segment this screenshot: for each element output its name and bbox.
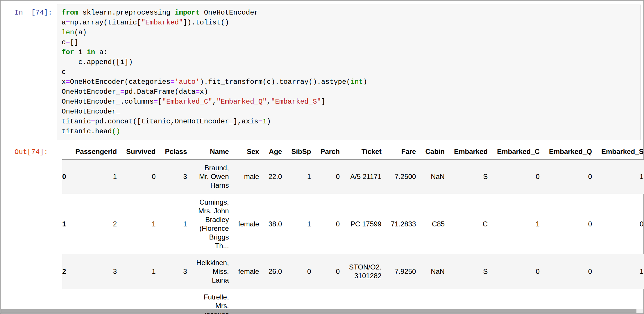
column-header-embarked: Embarked (449, 144, 492, 159)
column-header-embarked_s: Embarked_S (597, 144, 644, 159)
dataframe-body: 0103Braund, Mr. Owen Harrismale22.010A/5… (62, 159, 644, 314)
cell-embarked_c: 1 (492, 194, 544, 254)
column-header-ticket: Ticket (344, 144, 386, 159)
output-cell: Out[74]: PassengerIdSurvivedPclassNameSe… (1, 144, 643, 314)
scrollbar-thumb[interactable] (1, 309, 636, 313)
code-token-pl: titanic (62, 118, 91, 125)
code-line: OneHotEncoder_=pd.DataFrame(data=x) (62, 87, 636, 97)
table-row: 2313Heikkinen, Miss. Lainafemale26.000ST… (62, 254, 644, 289)
column-header-passengerid: PassengerId (71, 144, 121, 159)
code-line: titanic=pd.concat([titanic,OneHotEncoder… (62, 117, 636, 127)
code-token-num: 1 (262, 118, 266, 125)
code-token-pl: OneHotEncoder_ (62, 108, 120, 116)
cell-pclass: 1 (160, 194, 192, 254)
code-token-op: = (66, 78, 70, 86)
code-token-pl: titanic.head (62, 127, 112, 135)
output-prompt: Out[74]: (15, 144, 56, 157)
cell-fare: 71.2833 (386, 194, 421, 254)
code-token-mb: () (112, 127, 120, 135)
code-token-str: 'auto' (175, 78, 200, 86)
column-header-embarked_c: Embarked_C (492, 144, 544, 159)
cell-embarked: S (449, 254, 492, 289)
cell-parch: 0 (316, 254, 344, 289)
cell-embarked: S (449, 159, 492, 194)
code-token-pl: (a) (74, 29, 87, 36)
cell-name: Braund, Mr. Owen Harris (192, 159, 234, 194)
code-token-pl: a (62, 19, 66, 26)
code-token-pl: ) (363, 78, 367, 86)
code-token-op: = (196, 88, 200, 96)
code-token-pl: np.array(titanic[ (70, 19, 141, 26)
cell-ticket: A/5 21171 (344, 159, 386, 194)
code-token-kw: in (87, 48, 95, 56)
code-token-op: = (120, 88, 124, 96)
cell-embarked_c: 0 (492, 159, 544, 194)
code-line: a=np.array(titanic["Embarked"]).tolist() (62, 18, 636, 28)
cell-survived: 1 (121, 254, 160, 289)
code-line: titanic.head() (62, 127, 636, 136)
code-line: c=[] (62, 38, 636, 47)
cell-passengerid: 1 (71, 159, 121, 194)
cell-age: 38.0 (264, 194, 287, 254)
code-token-pl: OneHotEncoder_.columns (62, 98, 154, 106)
header-row: PassengerIdSurvivedPclassNameSexAgeSibSp… (62, 144, 644, 159)
code-token-bi: int (350, 78, 363, 86)
cell-passengerid: 2 (71, 194, 121, 254)
code-cell: In [74]: from sklearn.preprocessing impo… (1, 1, 643, 140)
cell-sibsp: 1 (287, 159, 316, 194)
column-header-age: Age (264, 144, 287, 159)
code-token-pl: ).fit_transform(c).toarray().astype( (200, 78, 350, 86)
cell-ticket: PC 17599 (344, 194, 386, 254)
horizontal-scrollbar[interactable] (1, 309, 643, 313)
cell-sibsp: 0 (287, 254, 316, 289)
code-token-op: = (170, 78, 174, 86)
column-header-parch: Parch (316, 144, 344, 159)
code-line: OneHotEncoder_.columns=["Embarked_C","Em… (62, 97, 636, 107)
dataframe-table: PassengerIdSurvivedPclassNameSexAgeSibSp… (62, 144, 644, 314)
code-line: OneHotEncoder_ (62, 107, 636, 117)
column-header-cabin: Cabin (421, 144, 449, 159)
cell-fare: 7.2500 (386, 159, 421, 194)
cell-age: 26.0 (264, 254, 287, 289)
cell-survived: 0 (121, 159, 160, 194)
cell-cabin: NaN (421, 254, 449, 289)
code-token-kw: from (62, 9, 78, 17)
code-token-pl: OneHotEncoder (200, 9, 258, 17)
code-line: c.append([i]) (62, 57, 636, 67)
cell-ticket: STON/O2. 3101282 (344, 254, 386, 289)
code-line: len(a) (62, 28, 636, 38)
code-token-kw: import (175, 9, 200, 17)
code-line: x=OneHotEncoder(categories='auto').fit_t… (62, 77, 636, 87)
cell-embarked_s: 1 (597, 159, 644, 194)
table-row: 1211Cumings, Mrs. John Bradley (Florence… (62, 194, 644, 254)
dataframe-header: PassengerIdSurvivedPclassNameSexAgeSibSp… (62, 144, 644, 159)
code-token-op: = (66, 38, 70, 46)
column-header-name: Name (192, 144, 234, 159)
cell-parch: 0 (316, 194, 344, 254)
cell-cabin: NaN (421, 159, 449, 194)
code-token-pl: [ (158, 98, 162, 106)
cell-embarked_q: 0 (544, 254, 597, 289)
row-index: 0 (62, 159, 71, 194)
column-header-embarked_q: Embarked_Q (544, 144, 597, 159)
cell-embarked_c: 0 (492, 254, 544, 289)
cell-pclass: 3 (160, 159, 192, 194)
code-line: for i in a: (62, 47, 636, 57)
code-token-pl: OneHotEncoder_ (62, 88, 120, 96)
cell-sibsp: 1 (287, 194, 316, 254)
code-editor[interactable]: from sklearn.preprocessing import OneHot… (57, 4, 641, 140)
code-token-pl: c (62, 68, 66, 76)
output-area: PassengerIdSurvivedPclassNameSexAgeSibSp… (56, 144, 644, 314)
code-token-pl: , (267, 98, 271, 106)
code-token-op: = (258, 118, 262, 125)
index-header (62, 144, 71, 159)
code-token-pl: , (212, 98, 217, 106)
cell-embarked_q: 0 (544, 159, 597, 194)
code-token-str: "Embarked" (141, 19, 183, 26)
code-token-kw: for (62, 48, 74, 56)
code-token-pl: i (74, 48, 87, 56)
code-line: from sklearn.preprocessing import OneHot… (62, 8, 636, 18)
code-token-op: = (154, 98, 158, 106)
cell-sex: female (234, 254, 264, 289)
row-index: 2 (62, 254, 71, 289)
